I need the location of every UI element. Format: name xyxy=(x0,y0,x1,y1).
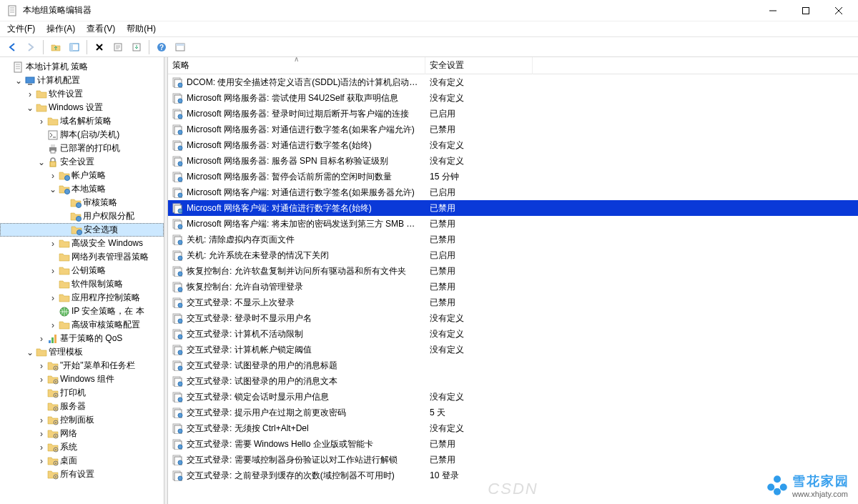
tree-item[interactable]: 用户权限分配 xyxy=(0,209,164,223)
tree-item[interactable]: ›帐户策略 xyxy=(0,169,164,182)
tree-item[interactable]: 打印机 xyxy=(0,386,164,400)
filter-button[interactable] xyxy=(172,39,189,55)
policy-row[interactable]: 交互式登录: 需要域控制器身份验证以对工作站进行解锁已禁用 xyxy=(168,452,858,468)
delete-button[interactable] xyxy=(91,39,108,55)
expander-icon[interactable]: › xyxy=(37,362,46,370)
tree-item[interactable]: ›基于策略的 QoS xyxy=(0,332,164,345)
policy-row[interactable]: Microsoft 网络服务器: 尝试使用 S4U2Self 获取声明信息没有定… xyxy=(168,90,858,106)
tree-item[interactable]: 安全选项 xyxy=(0,223,164,237)
up-button[interactable] xyxy=(47,39,64,55)
tree-item[interactable]: IP 安全策略，在 本 xyxy=(0,305,164,318)
tree-item[interactable]: 脚本(启动/关机) xyxy=(0,128,164,142)
tree-item[interactable]: ›"开始"菜单和任务栏 xyxy=(0,359,164,372)
menu-file[interactable]: 文件(F) xyxy=(1,21,41,36)
policy-row[interactable]: 交互式登录: 试图登录的用户的消息标题 xyxy=(168,357,858,373)
tree-item[interactable]: ⌄安全设置 xyxy=(0,155,164,169)
expander-icon[interactable]: ⌄ xyxy=(14,76,23,85)
tree-item[interactable]: 服务器 xyxy=(0,400,164,413)
policy-row[interactable]: Microsoft 网络服务器: 登录时间过期后断开与客户端的连接已启用 xyxy=(168,106,858,122)
expander-icon[interactable]: › xyxy=(49,321,57,330)
policy-row[interactable]: 恢复控制台: 允许软盘复制并访问所有驱动器和所有文件夹已禁用 xyxy=(168,263,858,279)
expander-icon[interactable]: › xyxy=(37,443,46,452)
help-button[interactable]: ? xyxy=(153,39,170,55)
policy-row[interactable]: 交互式登录: 无须按 Ctrl+Alt+Del没有定义 xyxy=(168,420,858,436)
expander-icon[interactable]: › xyxy=(49,267,57,275)
tree-item[interactable]: ›高级安全 Windows xyxy=(0,237,164,250)
close-button[interactable] xyxy=(822,0,855,21)
export-button[interactable] xyxy=(128,39,145,55)
expander-icon[interactable]: › xyxy=(37,457,46,465)
maximize-button[interactable] xyxy=(789,0,822,21)
expander-icon[interactable]: › xyxy=(49,239,57,248)
folder-icon xyxy=(59,238,70,249)
menu-view[interactable]: 查看(V) xyxy=(81,21,121,36)
policy-row[interactable]: 关机: 允许系统在未登录的情况下关闭已启用 xyxy=(168,247,858,263)
policy-row[interactable]: 恢复控制台: 允许自动管理登录已禁用 xyxy=(168,279,858,295)
expander-icon[interactable]: › xyxy=(37,335,46,343)
expander-icon[interactable]: › xyxy=(49,172,57,180)
tree-item[interactable]: ›系统 xyxy=(0,440,164,454)
list-pane[interactable]: 策略 安全设置 DCOM: 使用安全描述符定义语言(SDDL)语法的计算机启动…… xyxy=(168,57,858,504)
forward-button[interactable] xyxy=(22,39,39,55)
tree-item[interactable]: ›高级审核策略配置 xyxy=(0,318,164,332)
expander-icon[interactable]: › xyxy=(37,375,46,384)
tree-item[interactable]: ⌄本地策略 xyxy=(0,182,164,196)
tree-item[interactable]: ⌄Windows 设置 xyxy=(0,101,164,114)
policy-row[interactable]: 交互式登录: 之前登录到缓存的次数(域控制器不可用时)10 登录 xyxy=(168,468,858,483)
expander-icon[interactable]: › xyxy=(37,430,46,438)
policy-row[interactable]: 交互式登录: 不显示上次登录已禁用 xyxy=(168,295,858,310)
tree-item[interactable]: 审核策略 xyxy=(0,196,164,209)
column-policy[interactable]: 策略 xyxy=(168,57,425,74)
column-setting[interactable]: 安全设置 xyxy=(425,57,533,74)
expander-icon[interactable]: ⌄ xyxy=(26,348,34,357)
tree-item[interactable]: 所有设置 xyxy=(0,468,164,481)
policy-row[interactable]: 交互式登录: 登录时不显示用户名没有定义 xyxy=(168,310,858,326)
menu-action[interactable]: 操作(A) xyxy=(41,21,81,36)
tree-item[interactable]: 网络列表管理器策略 xyxy=(0,250,164,264)
policy-row[interactable]: Microsoft 网络客户端: 对通信进行数字签名(如果服务器允许)已启用 xyxy=(168,184,858,200)
expander-icon[interactable]: › xyxy=(37,117,46,126)
minimize-button[interactable] xyxy=(756,0,789,21)
policy-row[interactable]: Microsoft 网络客户端: 对通信进行数字签名(始终)已禁用 xyxy=(168,200,858,216)
tree-item[interactable]: ›公钥策略 xyxy=(0,264,164,277)
expander-icon[interactable]: › xyxy=(49,294,57,302)
policy-row[interactable]: Microsoft 网络服务器: 暂停会话前所需的空闲时间数量15 分钟 xyxy=(168,169,858,184)
tree-item[interactable]: ›控制面板 xyxy=(0,413,164,427)
tree-item[interactable]: ›网络 xyxy=(0,427,164,440)
policy-row[interactable]: 交互式登录: 提示用户在过期之前更改密码5 天 xyxy=(168,405,858,420)
policy-row[interactable]: 交互式登录: 锁定会话时显示用户信息没有定义 xyxy=(168,389,858,405)
policy-icon xyxy=(172,470,184,481)
policy-row[interactable]: 交互式登录: 计算机不活动限制没有定义 xyxy=(168,326,858,342)
tree-item[interactable]: ›Windows 组件 xyxy=(0,372,164,386)
expander-icon[interactable]: ⌄ xyxy=(37,158,46,167)
policy-row[interactable]: 交互式登录: 计算机帐户锁定阈值没有定义 xyxy=(168,342,858,357)
expander-icon[interactable]: › xyxy=(37,416,46,425)
policy-row[interactable]: 交互式登录: 需要 Windows Hello 企业版或智能卡已禁用 xyxy=(168,436,858,452)
show-hide-tree-button[interactable] xyxy=(66,39,83,55)
policy-row[interactable]: DCOM: 使用安全描述符定义语言(SDDL)语法的计算机启动…没有定义 xyxy=(168,74,858,90)
expander-icon[interactable]: › xyxy=(26,90,34,99)
expander-icon[interactable]: ⌄ xyxy=(26,104,34,112)
menu-help[interactable]: 帮助(H) xyxy=(121,21,162,36)
policy-row[interactable]: 交互式登录: 试图登录的用户的消息文本 xyxy=(168,373,858,389)
tree-pane[interactable]: 本地计算机 策略⌄计算机配置›软件设置⌄Windows 设置›域名解析策略脚本(… xyxy=(0,57,164,504)
policy-row[interactable]: Microsoft 网络客户端: 将未加密的密码发送到第三方 SMB …已禁用 xyxy=(168,216,858,232)
tree-item[interactable]: 软件限制策略 xyxy=(0,277,164,291)
properties-button[interactable] xyxy=(109,39,127,55)
policy-icon xyxy=(172,187,184,198)
expander-icon[interactable]: ⌄ xyxy=(49,185,57,194)
policy-row[interactable]: Microsoft 网络服务器: 对通信进行数字签名(如果客户端允许)已禁用 xyxy=(168,122,858,137)
policy-row[interactable]: Microsoft 网络服务器: 服务器 SPN 目标名称验证级别没有定义 xyxy=(168,153,858,169)
tree-item[interactable]: ⌄管理模板 xyxy=(0,345,164,359)
back-button[interactable] xyxy=(4,39,21,55)
tree-item[interactable]: ›域名解析策略 xyxy=(0,114,164,128)
policy-name: Microsoft 网络客户端: 将未加密的密码发送到第三方 SMB … xyxy=(187,218,415,230)
tree-item[interactable]: ›桌面 xyxy=(0,454,164,468)
policy-row[interactable]: Microsoft 网络服务器: 对通信进行数字签名(始终)没有定义 xyxy=(168,137,858,153)
tree-item[interactable]: ›软件设置 xyxy=(0,87,164,101)
policy-row[interactable]: 关机: 清除虚拟内存页面文件已禁用 xyxy=(168,232,858,247)
tree-item[interactable]: ›应用程序控制策略 xyxy=(0,291,164,305)
tree-item[interactable]: 本地计算机 策略 xyxy=(0,60,164,74)
tree-item[interactable]: 已部署的打印机 xyxy=(0,142,164,155)
tree-item[interactable]: ⌄计算机配置 xyxy=(0,74,164,87)
